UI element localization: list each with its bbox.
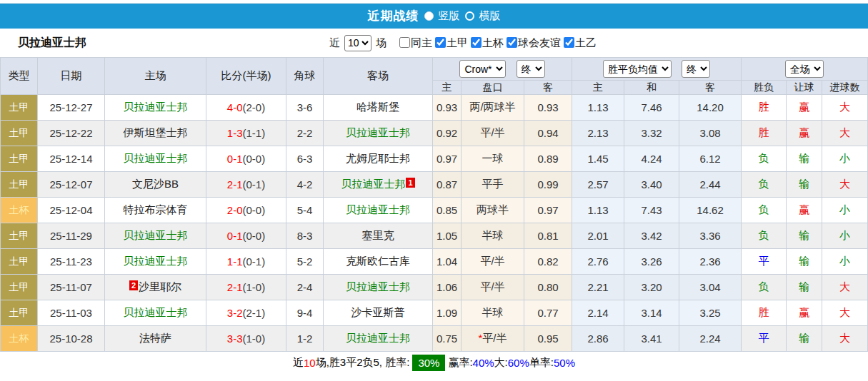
bookmaker-select[interactable]: Crow* — [459, 60, 506, 78]
sub-header-1: 盘口 — [462, 81, 524, 95]
cell-odds-home: 0.93 — [433, 95, 462, 121]
cell-home-team: 2沙里耶尔 — [105, 275, 206, 300]
cell-avg-win: 1.13 — [572, 95, 624, 121]
filter-checkbox-label[interactable]: 球会友谊 — [518, 36, 561, 49]
filter-bar: 贝拉迪亚士邦 近 10 场 同主土甲土杯球会友谊土乙 — [0, 29, 868, 57]
cell-odds-home: 1.06 — [433, 275, 462, 300]
summary-segment: 大: — [494, 356, 508, 370]
cell-score: 2-1(0-1) — [206, 172, 286, 198]
cell-away-team: 贝拉迪亚士邦 — [324, 326, 433, 352]
cell-result-handicap: 输 — [787, 326, 822, 352]
cell-odds-away: 0.89 — [524, 146, 572, 172]
cell-handicap: 两/两球半 — [462, 95, 524, 121]
cell-odds-home: 1.05 — [433, 223, 462, 249]
cell-result-wdl: 胜 — [742, 95, 787, 121]
filter-checkbox-label[interactable]: 土乙 — [575, 36, 597, 49]
cell-score: 1-3(1-1) — [206, 121, 286, 146]
cell-avg-win: 2.14 — [572, 300, 624, 326]
vertical-layout-label[interactable]: 竖版 — [439, 9, 460, 23]
sub-header-0: 主 — [433, 81, 462, 95]
summary-segment: 40% — [473, 357, 494, 369]
filter-checkbox-label[interactable]: 土甲 — [447, 36, 468, 49]
cell-away-team: 贝拉迪亚士邦 — [324, 275, 433, 300]
table-row: 土甲25-11-23贝拉迪亚士邦1-1(0-1)5-2克斯欧仁古库1.04平/半… — [1, 249, 868, 275]
sub-header-7: 让球 — [787, 81, 822, 95]
cell-match-type: 土甲 — [1, 300, 38, 326]
summary-segment: 场,胜3平2负5, 胜率: — [316, 356, 410, 370]
cell-handicap: 平/半 — [462, 249, 524, 275]
cell-home-team: 贝拉迪亚士邦 — [105, 223, 206, 249]
cell-odds-home: 1.04 — [433, 249, 462, 275]
cell-away-team: 贝拉迪亚士邦 — [324, 198, 433, 223]
cell-corners: 5-2 — [286, 249, 324, 275]
cell-score: 0-1(0-0) — [206, 146, 286, 172]
cell-odds-home: 0.87 — [433, 172, 462, 198]
cell-away-team: 尤姆尼耶士邦 — [324, 146, 433, 172]
cell-avg-draw: 7.43 — [624, 198, 679, 223]
handicap-star: * — [478, 332, 482, 344]
avg-type-select[interactable]: 胜平负均值 — [603, 60, 672, 78]
cell-avg-win: 1.13 — [572, 198, 624, 223]
cell-date: 25-11-23 — [38, 249, 105, 275]
cell-date: 25-11-29 — [38, 223, 105, 249]
cell-corners: 4-2 — [286, 172, 324, 198]
cell-result-wdl: 负 — [742, 198, 787, 223]
rank-badge: 2 — [129, 280, 138, 290]
cell-odds-home: 0.85 — [433, 198, 462, 223]
recent-results-titlebar: 近期战绩 竖版 横版 — [0, 4, 868, 29]
cell-away-team: 哈塔斯堡 — [324, 95, 433, 121]
vertical-layout-radio[interactable] — [424, 11, 434, 21]
win-rate-badge: 30% — [412, 355, 445, 371]
cell-odds-home: 0.92 — [433, 121, 462, 146]
cell-away-team: 贝拉迪亚士邦1 — [324, 172, 433, 198]
cell-odds-away: 0.82 — [524, 249, 572, 275]
cell-result-handicap: 赢 — [787, 300, 822, 326]
filter-checkbox-土杯[interactable] — [471, 37, 482, 48]
filter-checkbox-同主[interactable] — [399, 37, 410, 48]
cell-match-type: 土甲 — [1, 172, 38, 198]
cell-away-team: 克斯欧仁古库 — [324, 249, 433, 275]
cell-result-wdl: 胜 — [742, 300, 787, 326]
odds-final-select[interactable]: 终 — [517, 60, 545, 78]
cell-handicap: 半球 — [462, 300, 524, 326]
cell-avg-lose: 3.36 — [679, 223, 742, 249]
scope-select[interactable]: 全场 — [785, 60, 824, 78]
summary-segment: 60% — [508, 357, 529, 369]
cell-handicap: 平手 — [462, 172, 524, 198]
cell-corners: 2-2 — [286, 121, 324, 146]
cell-result-handicap: 赢 — [787, 121, 822, 146]
cell-result-wdl: 负 — [742, 275, 787, 300]
sub-header-3: 主 — [572, 81, 624, 95]
cell-score: 2-1(1-0) — [206, 275, 286, 300]
avg-final-select[interactable]: 终 — [682, 60, 710, 78]
sub-header-8: 进球数 — [822, 81, 868, 95]
filter-checkbox-label[interactable]: 同主 — [411, 36, 432, 49]
summary-segment: 10 — [304, 357, 316, 369]
table-row: 土甲25-12-22伊斯坦堡士邦1-3(1-1)2-2贝拉迪亚士邦0.92平/半… — [1, 121, 868, 146]
cell-avg-win: 2.86 — [572, 326, 624, 352]
filter-checkbox-土甲[interactable] — [435, 37, 446, 48]
filter-checkbox-土乙[interactable] — [564, 37, 574, 48]
cell-avg-draw: 4.24 — [624, 146, 679, 172]
cell-avg-lose: 2.24 — [679, 326, 742, 352]
cell-odds-home: 0.97 — [433, 146, 462, 172]
cell-handicap: 平/半 — [462, 121, 524, 146]
table-row: 土甲25-11-072沙里耶尔2-1(1-0)2-4贝拉迪亚士邦1.06平/半0… — [1, 275, 868, 300]
sub-header-4: 和 — [624, 81, 679, 95]
cell-avg-win: 2.13 — [572, 121, 624, 146]
filter-controls: 近 10 场 同主土甲土杯球会友谊土乙 — [329, 35, 597, 51]
filter-checkbox-label[interactable]: 土杯 — [482, 36, 504, 49]
filter-checkbox-球会友谊[interactable] — [507, 37, 517, 48]
cell-odds-away: 0.80 — [524, 275, 572, 300]
cell-result-wdl: 平 — [742, 249, 787, 275]
horizontal-layout-label[interactable]: 横版 — [479, 9, 501, 23]
cell-avg-lose: 3.08 — [679, 121, 742, 146]
table-row: 土甲25-12-27贝拉迪亚士邦4-0(2-0)3-6哈塔斯堡0.93两/两球半… — [1, 95, 868, 121]
cell-match-type: 土甲 — [1, 249, 38, 275]
cell-odds-away: 0.99 — [524, 172, 572, 198]
cell-result-wdl: 负 — [742, 223, 787, 249]
horizontal-layout-radio[interactable] — [465, 11, 474, 21]
match-count-select[interactable]: 10 — [344, 35, 371, 51]
table-row: 土甲25-11-03贝拉迪亚士邦3-2(2-1)9-4沙卡亚斯普1.09半球0.… — [1, 300, 868, 326]
cell-corners: 5-4 — [286, 198, 324, 223]
